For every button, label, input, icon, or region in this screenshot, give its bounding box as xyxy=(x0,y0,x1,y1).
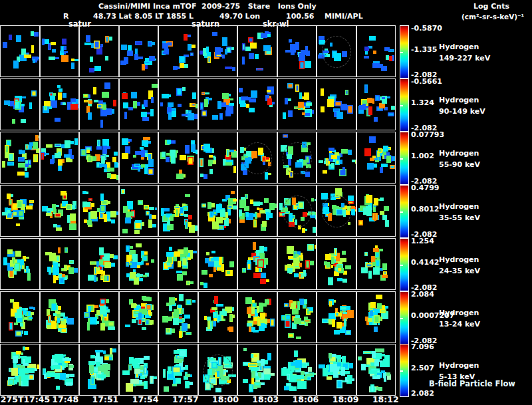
count-pixel xyxy=(92,156,96,162)
count-pixel xyxy=(15,313,22,319)
count-pixel xyxy=(112,348,116,352)
count-pixel xyxy=(140,370,144,372)
count-pixel xyxy=(70,104,77,110)
spectrogram-panel xyxy=(317,78,356,130)
count-pixel xyxy=(94,66,101,71)
count-pixel xyxy=(56,227,62,231)
count-pixel xyxy=(254,354,258,357)
count-pixel xyxy=(368,271,372,279)
count-pixel xyxy=(23,310,27,315)
count-pixel xyxy=(88,94,90,98)
count-pixel xyxy=(96,362,100,367)
spectrogram-panel xyxy=(79,132,119,184)
count-pixel xyxy=(257,213,261,217)
count-pixel xyxy=(12,119,15,124)
count-pixel xyxy=(134,277,139,285)
spectrogram-panel xyxy=(40,238,80,290)
count-pixel xyxy=(229,94,231,97)
count-pixel xyxy=(122,153,128,160)
count-pixel xyxy=(230,98,233,100)
count-pixel xyxy=(69,223,76,230)
count-pixel xyxy=(176,271,182,273)
count-pixel xyxy=(327,262,330,267)
species-label: Hydrogen xyxy=(439,96,479,104)
colorbar xyxy=(400,78,409,132)
count-pixel xyxy=(25,368,35,372)
count-pixel xyxy=(347,310,354,318)
count-pixel xyxy=(392,55,394,62)
count-pixel xyxy=(251,327,255,331)
count-pixel xyxy=(299,61,304,69)
count-pixel xyxy=(245,194,248,199)
count-pixel xyxy=(148,310,152,315)
planet-contour xyxy=(203,354,233,386)
count-pixel xyxy=(304,92,309,100)
count-pixel xyxy=(97,267,100,271)
count-pixel xyxy=(287,368,291,371)
spectrogram-panel xyxy=(237,238,277,290)
count-pixel xyxy=(173,66,178,70)
count-pixel xyxy=(239,216,245,219)
count-pixel xyxy=(121,45,128,50)
count-pixel xyxy=(86,35,90,42)
count-pixel xyxy=(295,42,299,50)
count-pixel xyxy=(105,56,108,61)
time-axis-label: 17:51 xyxy=(92,396,118,404)
count-pixel xyxy=(95,356,99,360)
count-pixel xyxy=(254,382,261,386)
energy-band-label: 90-149 keV xyxy=(439,108,485,116)
count-pixel xyxy=(122,370,130,376)
count-pixel xyxy=(380,198,384,201)
count-pixel xyxy=(286,383,292,387)
count-pixel xyxy=(181,367,185,370)
count-pixel xyxy=(49,106,52,109)
count-pixel xyxy=(191,144,196,152)
count-pixel xyxy=(100,120,104,128)
count-pixel xyxy=(325,254,331,260)
count-pixel xyxy=(135,41,142,45)
count-pixel xyxy=(106,307,109,310)
count-pixel xyxy=(55,153,59,158)
count-pixel xyxy=(358,356,362,361)
count-pixel xyxy=(145,150,148,154)
count-pixel xyxy=(291,303,295,309)
count-pixel xyxy=(164,208,170,212)
count-pixel xyxy=(8,153,15,161)
count-pixel xyxy=(259,307,263,312)
count-pixel xyxy=(51,366,55,369)
count-pixel xyxy=(13,356,18,363)
count-pixel xyxy=(53,209,57,213)
count-pixel xyxy=(293,257,299,266)
spectrogram-panel xyxy=(277,344,317,396)
count-pixel xyxy=(212,115,218,120)
count-pixel xyxy=(307,244,314,251)
count-pixel xyxy=(65,140,70,148)
count-pixel xyxy=(108,201,110,203)
count-pixel xyxy=(155,207,157,210)
count-pixel xyxy=(291,51,295,55)
count-pixel xyxy=(349,363,353,368)
spectrogram-panel xyxy=(79,78,119,130)
count-pixel xyxy=(260,279,265,284)
count-pixel xyxy=(144,61,150,64)
energy-band-label: 35-55 keV xyxy=(439,214,480,222)
count-pixel xyxy=(305,113,310,116)
spectrogram-panel xyxy=(79,291,119,343)
count-pixel xyxy=(185,381,190,388)
spectrogram-panel xyxy=(277,291,317,343)
count-pixel xyxy=(35,368,37,371)
count-pixel xyxy=(336,322,342,329)
count-pixel xyxy=(11,194,13,197)
spectrogram-panel xyxy=(40,132,80,184)
count-pixel xyxy=(382,263,386,270)
count-pixel xyxy=(332,319,335,327)
count-pixel xyxy=(329,159,333,161)
count-pixel xyxy=(342,356,346,363)
count-pixel xyxy=(112,157,116,162)
count-pixel xyxy=(29,317,33,319)
count-pixel xyxy=(9,322,14,331)
count-pixel xyxy=(186,374,191,377)
count-pixel xyxy=(222,93,229,100)
species-label: Hydrogen xyxy=(439,43,479,51)
count-pixel xyxy=(133,155,136,158)
